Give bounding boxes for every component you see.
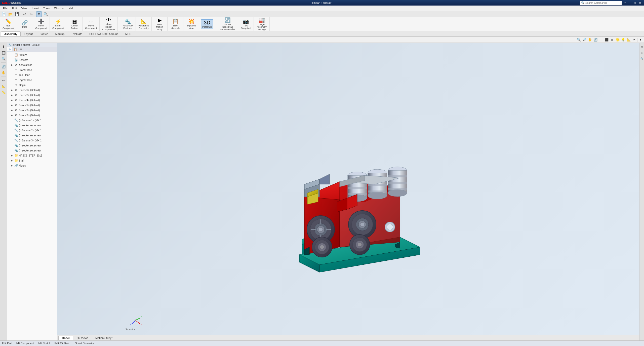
view-wireframe-btn[interactable]: ◻	[598, 37, 603, 42]
instant3d-button[interactable]: 3D Instant3D	[201, 19, 213, 29]
right-btn-3[interactable]: 🔍	[639, 56, 644, 61]
right-btn-1[interactable]: ⊕	[639, 44, 644, 49]
view-perspective-btn[interactable]: 📐	[626, 37, 631, 42]
tree-item-cahura3[interactable]: 🔧 (-) čahura<3> (MX 1	[7, 138, 57, 143]
tree-item-cahura1[interactable]: 🔧 (-) čahura<1> (MX 1	[7, 118, 57, 123]
tab-markup[interactable]: Markup	[52, 31, 68, 36]
status-component[interactable]: Edit Component	[16, 342, 34, 345]
tree-item-socket-screw-1[interactable]: 🔩 (-) socket set screw	[7, 123, 57, 128]
search-bar[interactable]: 🔍	[580, 1, 622, 5]
zoom-button[interactable]: 🔍	[43, 11, 48, 17]
pan-tool[interactable]: ✋	[1, 70, 6, 75]
smart-component-button[interactable]: ⚡ SmartComponent	[51, 18, 65, 30]
measure-tool[interactable]: 📏	[1, 90, 6, 95]
restore-button[interactable]: □	[633, 1, 637, 5]
tab-solidworks-addins[interactable]: SOLIDWORKS Add-Ins	[86, 31, 122, 36]
view-pan-btn[interactable]: ✋	[587, 37, 592, 42]
view-rotate-btn[interactable]: 🔄	[593, 37, 598, 42]
main-viewport[interactable]: X Y Z *Isometric	[57, 43, 639, 340]
exploded-view-button[interactable]: 💥 ExplodedView	[185, 18, 197, 30]
bill-of-materials-button[interactable]: 📋 Bill ofMaterials	[169, 18, 182, 30]
tab-layout[interactable]: Layout	[21, 31, 36, 36]
tree-tab-features[interactable]: ⚙	[7, 47, 12, 52]
mate-button[interactable]: 🔗 Mate	[19, 20, 31, 29]
tree-item-socket-screw-3[interactable]: 🔩 (-) socket set screw	[7, 143, 57, 148]
tab-model[interactable]: Model	[58, 336, 73, 340]
menu-help[interactable]: Help	[67, 6, 76, 10]
assembly-features-button[interactable]: 🔩 AssemblyFeatures	[122, 18, 134, 30]
tree-item-mates[interactable]: ▶ 🔗 Mates	[7, 163, 57, 168]
search-input[interactable]	[585, 2, 621, 4]
edit-component-button[interactable]: ✏️ EditComponent	[2, 18, 15, 30]
minimize-button[interactable]: ─	[628, 1, 632, 5]
selection-tool[interactable]: ⬆	[1, 44, 6, 49]
tab-3d-views[interactable]: 3D Views	[73, 336, 92, 340]
new-button[interactable]: 📄	[1, 11, 7, 17]
tab-assembly[interactable]: Assembly	[1, 31, 21, 36]
status-sketch[interactable]: Edit Sketch	[38, 342, 51, 345]
tree-item-annotations[interactable]: ▶ A Annotations	[7, 62, 57, 67]
reference-tool[interactable]: 📐	[1, 84, 6, 89]
view-zoom-out-btn[interactable]: 🔎	[582, 37, 587, 42]
menu-edit[interactable]: Edit	[10, 6, 19, 10]
new-motion-button[interactable]: ▶ NewMotionStudy	[153, 17, 166, 31]
tree-item-srafi[interactable]: ▶ 📁 Srafi	[7, 158, 57, 163]
large-assembly-button[interactable]: 🏭 LargeAssemblySettings	[255, 17, 268, 31]
view-zoom-btn[interactable]: 🔍	[576, 37, 581, 42]
linear-pattern-button[interactable]: ▦ LinearPattern	[68, 18, 81, 30]
undo-button[interactable]: ↩	[22, 11, 27, 17]
tree-item-history[interactable]: 📋 History	[7, 52, 57, 57]
close-button[interactable]: ✕	[638, 1, 642, 5]
move-component-button[interactable]: ↔ MoveComponent	[84, 18, 98, 30]
tree-item-ploca1[interactable]: ▶ ⚙ Ploca<1> (Default)	[7, 88, 57, 93]
menu-view[interactable]: View	[19, 6, 29, 10]
open-button[interactable]: 📂	[8, 11, 13, 17]
tab-mbd[interactable]: MBD	[122, 31, 135, 36]
tree-item-ploca4[interactable]: ▶ ⚙ Ploca<4> (Default)	[7, 98, 57, 103]
status-edit[interactable]: Edit Part	[2, 342, 12, 345]
menu-window[interactable]: Window	[52, 6, 66, 10]
tree-tab-config[interactable]: ⚙	[18, 47, 24, 52]
rotate-tool[interactable]: 🔄	[1, 64, 6, 69]
tree-item-sklop2[interactable]: ▶ ⚙ Sklop<2> (Default)	[7, 108, 57, 113]
right-btn-2[interactable]: ◻	[639, 50, 644, 55]
view-realview-btn[interactable]: 🌟	[615, 37, 620, 42]
tree-item-origin[interactable]: ✚ Origin	[7, 83, 57, 88]
tree-item-hasc3[interactable]: ▶ 📁 HASC3_STEP_2019-	[7, 153, 57, 158]
save-button[interactable]: 💾	[14, 11, 20, 17]
view-section-btn[interactable]: ✂	[632, 37, 637, 42]
zoom-box-tool[interactable]: 🔲	[1, 50, 6, 55]
tree-item-cahura2[interactable]: 🔧 (-) čahura<2> (MX 1	[7, 128, 57, 133]
view-shadows-btn[interactable]: 💡	[621, 37, 626, 42]
tab-motion-study-1[interactable]: Motion Study 1	[92, 336, 117, 340]
view-shaded-edges-btn[interactable]: ◈	[610, 37, 615, 42]
tree-item-sklop1[interactable]: ▶ ⚙ Sklop<1> (Default)	[7, 103, 57, 108]
insert-button[interactable]: ➕ InsertComponent	[34, 18, 48, 30]
menu-tools[interactable]: Tools	[41, 6, 52, 10]
sketch-tool[interactable]: ✏	[1, 78, 6, 83]
redo-button[interactable]: ↪	[28, 11, 34, 17]
menu-file[interactable]: File	[1, 6, 10, 10]
tree-item-sensors[interactable]: 📡 Sensors	[7, 57, 57, 62]
update-speedpak-button[interactable]: 🔄 UpdateSpeedPakSubassemblies	[219, 17, 236, 31]
reference-geometry-button[interactable]: 📐 ReferenceGeometry	[137, 18, 150, 30]
view-more-btn[interactable]: ▾	[638, 37, 643, 42]
view-shaded-btn[interactable]: ⬛	[604, 37, 609, 42]
tree-item-top-plane[interactable]: ◻ Top Plane	[7, 72, 57, 78]
tree-item-socket-screw-2[interactable]: 🔩 (-) socket set screw	[7, 133, 57, 138]
tree-item-ploca2[interactable]: ▶ ⚙ Ploca<2> (Default)	[7, 93, 57, 98]
tree-item-socket-screw-4[interactable]: 🔩 (-) socket set screw	[7, 148, 57, 153]
zoom-in-tool[interactable]: 🔍	[1, 56, 6, 61]
status-3d-sketch[interactable]: Edit 3D Sketch	[55, 342, 71, 345]
show-hidden-button[interactable]: 👁 ShowHiddenComponents	[101, 17, 116, 31]
tab-evaluate[interactable]: Evaluate	[68, 31, 86, 36]
tree-tab-properties[interactable]: 📋	[12, 47, 18, 52]
status-smart-dim[interactable]: Smart Dimension	[75, 342, 95, 345]
menu-insert[interactable]: Insert	[30, 6, 41, 10]
tree-item-front-plane[interactable]: ◻ Front Plane	[7, 67, 57, 72]
select-button[interactable]: ⬆	[36, 11, 42, 17]
take-snapshot-button[interactable]: 📷 TakeSnapshot	[239, 18, 252, 30]
tab-sketch[interactable]: Sketch	[36, 31, 52, 36]
tree-item-sklop3[interactable]: ▶ ⚙ Sklop<3> (Default)	[7, 113, 57, 118]
help-button[interactable]: ?	[623, 1, 627, 5]
